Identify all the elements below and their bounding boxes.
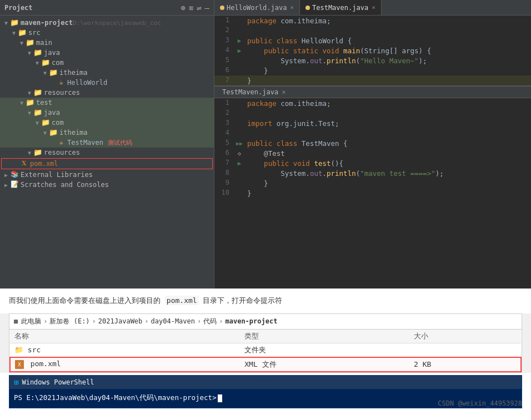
powershell-outer: ⊞ Windows PowerShell PS E:\2021JavaWeb\d… xyxy=(9,375,522,408)
test-tag: 测试代码 xyxy=(106,139,134,147)
project-label: maven-project xyxy=(21,19,73,27)
list-icon[interactable]: ≡ xyxy=(189,3,193,12)
tree-item-test[interactable]: ▼ 📁 test xyxy=(0,98,214,108)
project-icon: 📁 xyxy=(10,18,19,27)
folder-icon: 📁 xyxy=(26,38,34,47)
tab-testmaven-label: TestMaven.java xyxy=(312,4,368,12)
pom-type: XML 文件 xyxy=(240,357,409,372)
arrow-icon: ▼ xyxy=(26,150,33,156)
src-size xyxy=(409,343,521,357)
pom-xml-mono: pom.xml xyxy=(165,296,199,305)
tree-item-src[interactable]: ▼ 📁 src xyxy=(0,28,214,38)
explorer-breadcrumb: ■ 此电脑 › 新加卷 (E:) › 2021JavaWeb › day04-M… xyxy=(9,313,522,329)
resources-test-label: resources xyxy=(44,149,80,156)
tree-item-resources-main[interactable]: ▼ 📁 resources xyxy=(0,88,214,98)
com-main-label: com xyxy=(52,59,64,67)
tab-testmaven[interactable]: TestMaven.java × xyxy=(300,0,382,15)
tree-item-itheima-test[interactable]: ▼ 📁 itheima xyxy=(0,128,214,138)
tree-item-testmaven[interactable]: ☕ TestMaven 测试代码 xyxy=(0,138,214,148)
arrow-icon: ▼ xyxy=(18,40,26,46)
folder-icon: 📁 xyxy=(49,68,58,77)
java-icon: ☕ xyxy=(57,78,66,87)
breadcrumb-3: 2021JavaWeb xyxy=(98,317,142,325)
xml-icon: 𝐗 xyxy=(19,159,28,168)
code-panel: HelloWorld.java × TestMaven.java × 1 pac… xyxy=(214,0,531,289)
arrow-icon: ▼ xyxy=(18,100,26,106)
arrow-icon: ▶ xyxy=(2,172,10,178)
ps-windows-icon: ⊞ xyxy=(14,378,18,387)
panel-header: Project ⊕ ≡ ⇌ — xyxy=(0,0,214,16)
tree-item-scratches[interactable]: ▶ 📝 Scratches and Consoles xyxy=(0,180,214,190)
breadcrumb-arrow: ■ xyxy=(14,317,18,325)
description-text-2: 目录下，打开命令提示符 xyxy=(199,296,283,305)
col-type-header: 类型 xyxy=(240,330,409,343)
ext-icon: 📚 xyxy=(10,170,19,179)
tree-item-java-test[interactable]: ▼ 📁 java xyxy=(0,108,214,118)
code-line-2: 2 xyxy=(214,108,531,118)
folder-icon-sm: 📁 xyxy=(14,346,23,354)
arrow-icon: ▼ xyxy=(33,120,41,126)
arrow-icon: ▼ xyxy=(26,90,33,96)
breadcrumb-sep-1: › xyxy=(43,317,47,325)
com-test-label: com xyxy=(52,119,64,126)
code-line-5: 5 ▶▶ public class TestMaven { xyxy=(214,138,531,148)
code-line-6: 6 ◇ @Test xyxy=(214,148,531,158)
tab-bar: HelloWorld.java × TestMaven.java × xyxy=(214,0,531,16)
project-path: D:\workspace\javaweb_coc xyxy=(73,19,161,27)
itheima-test-label: itheima xyxy=(59,129,88,136)
folder-icon: 📁 xyxy=(49,128,58,137)
itheima-main-label: itheima xyxy=(59,69,88,77)
tree-item-com-test[interactable]: ▼ 📁 com xyxy=(0,118,214,128)
code-line-1: 1 package com.itheima; xyxy=(214,16,531,26)
sync-icon[interactable]: ⊕ xyxy=(181,3,185,12)
code-line-3: 3 import org.junit.Test; xyxy=(214,118,531,128)
scratches-label: Scratches and Consoles xyxy=(21,181,109,189)
ide-container: Project ⊕ ≡ ⇌ — ▼ 📁 maven-project D:\wor… xyxy=(0,0,531,289)
folder-icon: 📁 xyxy=(41,58,50,67)
arrow-icon: ▼ xyxy=(41,70,49,76)
close-icon[interactable]: × xyxy=(290,4,294,11)
tree-item-helloworld[interactable]: ☕ HelloWorld xyxy=(0,78,214,88)
tree-item-pom[interactable]: 𝐗 pom.xml xyxy=(1,158,213,169)
breadcrumb-1: 此电脑 xyxy=(21,317,41,326)
helloworld-label: HelloWorld xyxy=(67,79,107,87)
tree-item-main[interactable]: ▼ 📁 main xyxy=(0,38,214,48)
code-line-7: 7 } xyxy=(214,75,531,85)
ps-prompt: PS E:\2021JavaWeb\day04-Maven\代码\maven-p… xyxy=(14,393,217,403)
tree-item-itheima-main[interactable]: ▼ 📁 itheima xyxy=(0,68,214,78)
code-line-10: 10 } xyxy=(214,188,531,198)
tab-helloworld[interactable]: HelloWorld.java × xyxy=(214,0,300,15)
explorer-row-src[interactable]: 📁 src 文件夹 xyxy=(10,343,521,357)
src-label: src xyxy=(28,29,41,37)
ps-cursor xyxy=(218,394,222,402)
arrow-icon: ▼ xyxy=(2,20,10,26)
explorer-row-pom[interactable]: X pom.xml XML 文件 2 KB xyxy=(10,357,521,372)
ps-title-label: Windows PowerShell xyxy=(22,378,94,386)
src-name: 📁 src xyxy=(10,343,240,357)
tree-item-resources-test[interactable]: ▼ 📁 resources xyxy=(0,148,214,158)
testmaven-code-table: 1 package com.itheima; 2 3 import org.ju… xyxy=(214,98,531,198)
breadcrumb-sep-3: › xyxy=(144,317,148,325)
split-icon[interactable]: ⇌ xyxy=(197,3,201,12)
scratch-icon: 📝 xyxy=(10,180,19,189)
ext-libs-label: External Libraries xyxy=(21,171,93,179)
tree-item-ext-libs[interactable]: ▶ 📚 External Libraries xyxy=(0,170,214,180)
code-area: 1 package com.itheima; 2 3 ▶ public clas… xyxy=(214,16,531,289)
folder-icon: 📁 xyxy=(33,108,42,117)
settings-icon[interactable]: — xyxy=(205,3,209,12)
main-label: main xyxy=(36,39,52,47)
folder-icon: 📁 xyxy=(18,28,27,37)
close-icon[interactable]: × xyxy=(282,88,285,96)
xml-icon-sm: X xyxy=(15,360,24,369)
tree-item-maven-project[interactable]: ▼ 📁 maven-project D:\workspace\javaweb_c… xyxy=(0,18,214,28)
breadcrumb-6: maven-project xyxy=(226,317,278,325)
tab-helloworld-label: HelloWorld.java xyxy=(227,4,287,12)
breadcrumb-sep-5: › xyxy=(219,317,223,325)
close-icon[interactable]: × xyxy=(372,4,375,11)
breadcrumb-5: 代码 xyxy=(203,317,217,326)
code-line-4: 4 ▶ public static void main(String[] arg… xyxy=(214,45,531,55)
tree-item-java-main[interactable]: ▼ 📁 java xyxy=(0,48,214,58)
explorer-table-container: 名称 类型 大小 📁 src 文件夹 X pom.xml XML 文件 2 KB xyxy=(9,329,522,373)
watermark: CSDN @weixin_44953928 xyxy=(438,399,522,407)
tree-item-com-main[interactable]: ▼ 📁 com xyxy=(0,58,214,68)
